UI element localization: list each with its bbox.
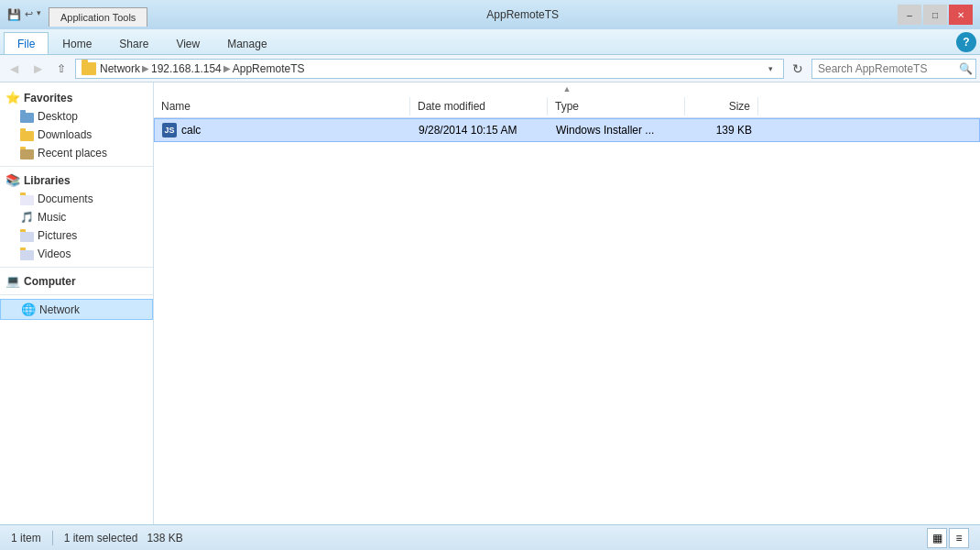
sidebar-item-downloads[interactable]: Downloads [0, 126, 153, 144]
pictures-icon [20, 232, 34, 242]
title-bar-icons: 💾 ↩ ▾ [7, 8, 41, 21]
breadcrumb-network[interactable]: Network [100, 62, 140, 75]
file-type: Windows Installer ... [556, 124, 654, 137]
back-button[interactable]: ◀ [4, 59, 24, 79]
dropdown-icon: ▾ [37, 8, 41, 21]
sidebar-item-music[interactable]: 🎵 Music [0, 208, 153, 226]
status-selected-text: 1 item selected [64, 532, 138, 544]
help-icon: ? [963, 36, 969, 49]
computer-icon: 💻 [5, 274, 20, 288]
sidebar-section-network: 🌐 Network [0, 299, 153, 320]
col-date-label: Date modified [418, 100, 485, 113]
status-divider [52, 531, 53, 545]
col-header-date[interactable]: Date modified [410, 97, 548, 116]
sidebar-header-favorites[interactable]: ⭐ Favorites [0, 88, 153, 107]
tab-manage[interactable]: Manage [213, 32, 280, 54]
minimize-button[interactable]: – [898, 5, 921, 25]
downloads-icon [20, 131, 34, 141]
sidebar-item-documents[interactable]: Documents [0, 190, 153, 208]
sidebar-item-network[interactable]: 🌐 Network [0, 299, 153, 320]
col-size-label: Size [729, 100, 750, 113]
tab-file[interactable]: File [4, 32, 49, 54]
search-button[interactable]: 🔍 [959, 62, 973, 75]
col-header-type[interactable]: Type [548, 97, 685, 116]
sidebar-item-videos-label: Videos [38, 248, 71, 260]
tab-manage-label: Manage [227, 38, 267, 50]
view-grid-button[interactable]: ▦ [927, 528, 947, 548]
refresh-button[interactable]: ↻ [788, 59, 808, 79]
tab-share-label: Share [119, 38, 148, 50]
libraries-icon: 📚 [5, 173, 20, 187]
file-icon: JS [162, 123, 177, 138]
path-dropdown-button[interactable]: ▾ [763, 59, 778, 79]
undo-icon: ↩ [25, 8, 33, 21]
tab-view-label: View [176, 38, 200, 50]
sidebar-header-libraries[interactable]: 📚 Libraries [0, 170, 153, 190]
col-header-name[interactable]: Name [154, 97, 410, 116]
tab-home[interactable]: Home [49, 32, 105, 54]
documents-icon [20, 195, 34, 205]
ribbon-tabs: File Home Share View Manage ? [0, 29, 980, 55]
sidebar-divider-1 [0, 166, 153, 167]
address-bar: ◀ ▶ ⇧ Network ▶ 192.168.1.154 ▶ AppRemot… [0, 55, 980, 82]
sidebar-item-downloads-label: Downloads [38, 128, 92, 141]
column-headers: Name Date modified Type Size [154, 95, 980, 118]
main-area: ⭐ Favorites Desktop Downloads Recent pla… [0, 82, 980, 524]
view-list-button[interactable]: ≡ [949, 528, 969, 548]
address-path[interactable]: Network ▶ 192.168.1.154 ▶ AppRemoteTS ▾ [75, 59, 784, 79]
sidebar-section-favorites: ⭐ Favorites Desktop Downloads Recent pla… [0, 88, 153, 162]
file-cell-name: JS calc [155, 121, 411, 139]
search-input[interactable] [811, 59, 976, 79]
col-name-label: Name [161, 100, 191, 113]
breadcrumb: Network ▶ 192.168.1.154 ▶ AppRemoteTS [100, 62, 763, 75]
file-list: JS calc 9/28/2014 10:15 AM Windows Insta… [154, 118, 980, 524]
breadcrumb-appremote[interactable]: AppRemoteTS [233, 62, 305, 75]
file-cell-date: 9/28/2014 10:15 AM [411, 122, 549, 138]
libraries-label: Libraries [24, 174, 71, 187]
sidebar-divider-2 [0, 267, 153, 268]
status-selected: 1 item selected 138 KB [64, 532, 183, 544]
videos-icon [20, 250, 34, 260]
sidebar-divider-3 [0, 294, 153, 295]
up-button[interactable]: ⇧ [51, 59, 71, 79]
sidebar-item-desktop[interactable]: Desktop [0, 107, 153, 126]
file-cell-size: 139 KB [686, 122, 759, 138]
sidebar-item-recent-places-label: Recent places [38, 147, 107, 160]
favorites-label: Favorites [24, 92, 72, 104]
sidebar-item-network-label: Network [39, 303, 80, 316]
favorites-icon: ⭐ [5, 91, 20, 104]
col-type-label: Type [555, 100, 579, 113]
table-row[interactable]: JS calc 9/28/2014 10:15 AM Windows Insta… [154, 118, 980, 142]
sidebar-section-computer: 💻 Computer [0, 271, 153, 291]
music-icon: 🎵 [20, 211, 34, 224]
sidebar-item-videos[interactable]: Videos [0, 245, 153, 263]
sidebar-item-recent-places[interactable]: Recent places [0, 144, 153, 162]
breadcrumb-ip[interactable]: 192.168.1.154 [151, 62, 222, 75]
maximize-button[interactable]: □ [923, 5, 947, 25]
sidebar-item-desktop-label: Desktop [38, 110, 78, 123]
sort-arrow[interactable]: ▲ [154, 82, 980, 95]
sidebar-item-pictures[interactable]: Pictures [0, 226, 153, 245]
file-area: ▲ Name Date modified Type Size JS calc [154, 82, 980, 524]
sidebar-item-documents-label: Documents [38, 192, 93, 205]
tab-view[interactable]: View [162, 32, 213, 54]
close-button[interactable]: ✕ [949, 5, 973, 25]
forward-button[interactable]: ▶ [27, 59, 48, 79]
sidebar-header-computer[interactable]: 💻 Computer [0, 271, 153, 291]
window-title: AppRemoteTS [147, 8, 898, 21]
tab-file-label: File [17, 38, 35, 50]
save-icon: 💾 [7, 8, 21, 21]
file-cell-type: Windows Installer ... [549, 122, 686, 138]
sidebar: ⭐ Favorites Desktop Downloads Recent pla… [0, 82, 154, 524]
view-list-icon: ≡ [955, 532, 962, 544]
application-tools-label: Application Tools [60, 12, 136, 23]
window-controls: – □ ✕ [898, 5, 973, 25]
tab-share[interactable]: Share [105, 32, 162, 54]
col-header-size[interactable]: Size [685, 97, 758, 116]
application-tools-tab[interactable]: Application Tools [49, 7, 147, 27]
breadcrumb-sep-2: ▶ [223, 63, 231, 73]
help-button[interactable]: ? [956, 32, 976, 52]
view-grid-icon: ▦ [932, 532, 942, 544]
sidebar-item-music-label: Music [38, 211, 66, 224]
recent-places-icon [20, 149, 34, 160]
